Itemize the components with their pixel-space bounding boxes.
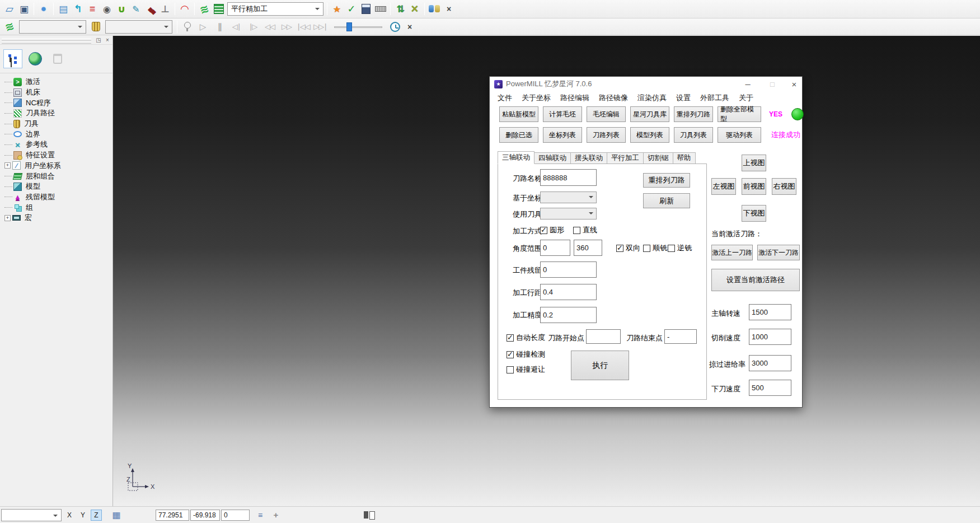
axis-x-button[interactable]: X (64, 510, 75, 521)
view-front-button[interactable]: 前视图 (742, 178, 766, 195)
thickness-icon[interactable] (177, 2, 192, 16)
rewind-icon[interactable] (261, 20, 278, 34)
rearrange-button[interactable]: 重排列刀路 (643, 173, 690, 188)
slider-handle[interactable] (346, 22, 352, 31)
menu-coords[interactable]: 关于坐标 (522, 93, 551, 103)
delete-all-models-button[interactable]: 删除全部模型 (718, 106, 761, 122)
tree-item-workplanes[interactable]: +用户坐标系 (4, 161, 112, 171)
tree-item-feature-sets[interactable]: 特征设置 (4, 150, 112, 161)
pages-icon[interactable] (364, 511, 374, 519)
conventional-checkbox[interactable]: 逆铣 (668, 243, 692, 253)
tree-item-nc-programs[interactable]: NC程序 (4, 97, 112, 108)
trash-tab[interactable] (48, 49, 67, 68)
tool-combo[interactable] (540, 208, 597, 220)
delete-selected-button[interactable]: 删除已选 (499, 127, 538, 143)
coord-list-button[interactable]: 坐标列表 (543, 127, 582, 143)
pattern-icon[interactable] (143, 2, 158, 16)
fast-forward-icon[interactable] (278, 20, 295, 34)
explorer-tree-tab[interactable] (3, 49, 22, 68)
paste-new-model-button[interactable]: 粘贴新模型 (499, 106, 538, 122)
start-point-input[interactable] (586, 329, 621, 344)
lamp-icon[interactable] (180, 20, 194, 34)
menu-about[interactable]: 关于 (739, 93, 753, 103)
grid-icon[interactable] (110, 509, 123, 521)
step-forward-icon[interactable] (245, 20, 261, 34)
skim-feed-input[interactable]: 3000 (749, 355, 791, 371)
menu-path-edit[interactable]: 路径编辑 (560, 93, 589, 103)
step-back-icon[interactable] (228, 20, 245, 34)
globe-tab[interactable] (26, 49, 45, 68)
tolerance-input[interactable]: 0.2 (540, 307, 597, 323)
view-right-button[interactable]: 右视图 (772, 178, 796, 195)
rapid-heights-icon[interactable] (71, 2, 85, 16)
save-icon[interactable] (17, 2, 31, 16)
expand-icon[interactable]: + (4, 215, 11, 221)
calc-block-button[interactable]: 计算毛坯 (543, 106, 582, 122)
tab-parallel[interactable]: 平行加工 (607, 152, 644, 164)
tree-item-patterns[interactable]: 参考线 (4, 139, 112, 150)
minimize-icon[interactable] (739, 77, 757, 91)
angle-from-input[interactable]: 0 (540, 240, 570, 256)
coordinate-x-field[interactable]: 77.2951 (156, 510, 189, 521)
close-toolbar-icon[interactable] (442, 2, 456, 16)
tab-help[interactable]: 帮助 (673, 152, 696, 164)
sphere-icon[interactable] (36, 2, 51, 16)
status-list-icon[interactable] (255, 511, 265, 520)
toolpath-list-icon[interactable] (212, 2, 226, 16)
activate-next-button[interactable]: 激活下一刀路 (757, 245, 800, 260)
toolpath-name-input[interactable]: 888888 (540, 169, 597, 186)
powermill-icon[interactable] (197, 2, 212, 16)
open-file-icon[interactable] (2, 2, 17, 16)
menu-settings[interactable]: 设置 (676, 93, 691, 103)
collision-icon[interactable] (330, 2, 344, 16)
menu-path-mirror[interactable]: 路径镜像 (599, 93, 628, 103)
tool-change-icon[interactable] (393, 2, 407, 16)
circle-checkbox[interactable]: 圆形 (540, 225, 564, 235)
calculator-icon[interactable] (359, 2, 373, 16)
edit-block-button[interactable]: 毛坯编辑 (587, 106, 626, 122)
cutting-feed-input[interactable]: 1000 (749, 329, 791, 345)
line-checkbox[interactable]: 直线 (573, 225, 597, 235)
model-list-button[interactable]: 模型列表 (630, 127, 669, 143)
collision-check-checkbox[interactable]: 碰撞检测 (507, 349, 545, 359)
stock-input[interactable]: 0 (540, 262, 597, 278)
tool-library-button[interactable]: 星河刀具库 (630, 106, 669, 122)
tree-item-models[interactable]: 模型 (4, 181, 112, 192)
angle-to-input[interactable]: 360 (574, 240, 602, 256)
tab-swivel[interactable]: 摆头联动 (571, 152, 607, 164)
execute-button[interactable]: 执行 (571, 351, 629, 380)
tree-item-machine-tools[interactable]: 机床 (4, 87, 112, 98)
toolpath-list-button[interactable]: 刀路列表 (587, 127, 626, 143)
tree-item-boundaries[interactable]: 边界 (4, 129, 112, 139)
drive-list-button[interactable]: 驱动列表 (718, 127, 761, 143)
view-left-button[interactable]: 左视图 (711, 178, 736, 195)
bidirectional-checkbox[interactable]: 双向 (616, 243, 640, 253)
close-icon[interactable] (785, 77, 803, 91)
view-bottom-button[interactable]: 下视图 (742, 205, 766, 222)
sim-toolpath-combo[interactable] (19, 20, 86, 34)
status-snap-icon[interactable] (271, 510, 281, 520)
leads-links-icon[interactable] (114, 2, 129, 16)
close-toolbar-icon[interactable] (402, 20, 417, 34)
verify-icon[interactable] (344, 2, 359, 16)
set-active-path-button[interactable]: 设置当前激活路径 (711, 269, 800, 291)
tree-item-toolpaths[interactable]: 刀具路径 (4, 108, 112, 119)
start-point-icon[interactable] (85, 2, 100, 16)
panel-float-icon[interactable]: ◳ (95, 36, 102, 44)
panel-grip[interactable]: ◳ × (0, 36, 112, 45)
coordinate-z-field[interactable]: 0 (221, 510, 250, 521)
status-combo[interactable] (1, 509, 62, 521)
speed-slider[interactable] (334, 22, 382, 32)
tool-holder-icon[interactable] (158, 2, 172, 16)
clock-icon[interactable] (388, 20, 402, 34)
plunge-feed-input[interactable]: 500 (749, 380, 791, 396)
sim-tool-combo[interactable] (105, 20, 172, 34)
tree-item-macros[interactable]: +宏 (4, 213, 112, 223)
maximize-icon[interactable] (763, 77, 781, 91)
menu-file[interactable]: 文件 (498, 93, 512, 103)
tab-4axis[interactable]: 四轴联动 (534, 152, 571, 164)
refresh-button[interactable]: 刷新 (643, 193, 690, 208)
tab-3axis[interactable]: 三轴联动 (498, 151, 534, 164)
transform-icon[interactable] (407, 2, 422, 16)
auto-length-checkbox[interactable]: 自动长度 (507, 333, 545, 343)
